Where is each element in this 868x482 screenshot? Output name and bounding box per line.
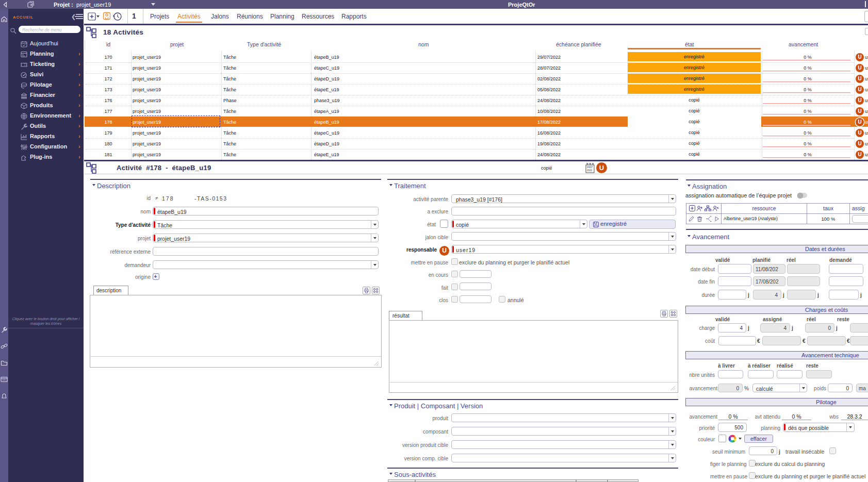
svg-text:2022: 2022 (587, 169, 593, 172)
svg-text:04/07: 04/07 (587, 166, 593, 169)
svg-text:</>: </> (2, 378, 6, 381)
